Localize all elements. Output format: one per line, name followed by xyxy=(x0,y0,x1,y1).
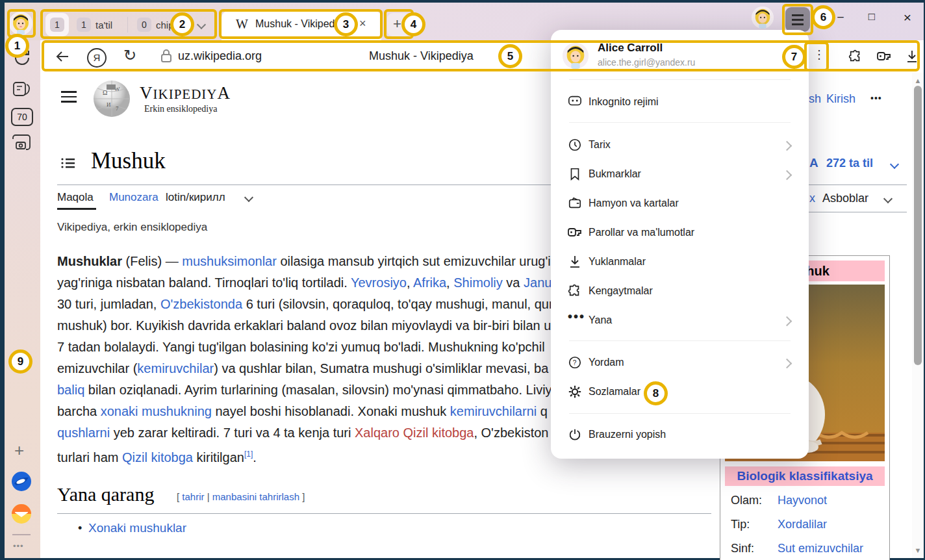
wallet-icon xyxy=(568,196,582,210)
browser-window: 1 1 ta'til 0 chipta W Mushuk - Vikipediy… xyxy=(0,0,925,560)
power-icon xyxy=(568,427,582,442)
page-scrollbar[interactable]: ▲ ▼ xyxy=(912,73,924,558)
notes-panel-icon[interactable] xyxy=(12,81,31,99)
yandex-search-icon[interactable]: Я xyxy=(87,48,107,68)
article-link[interactable]: Qizil kitobga xyxy=(122,450,193,465)
svg-text:7: 7 xyxy=(116,105,119,112)
performance-badge[interactable]: 70 xyxy=(11,108,33,126)
menu-item-wallet[interactable]: Hamyon va kartalar xyxy=(589,197,679,209)
lock-icon[interactable] xyxy=(160,49,172,63)
wiki-wordmark[interactable]: VIKIPEDIYA xyxy=(140,83,231,103)
profile-options-icon[interactable]: ⋮ xyxy=(813,47,825,62)
article-link[interactable]: kemiruvchilarni xyxy=(450,404,537,418)
lang-icon-fragment[interactable]: A xyxy=(809,156,818,170)
callout-4: 4 xyxy=(401,12,425,36)
see-also-link[interactable]: Xonaki mushuklar xyxy=(88,521,186,535)
passwords-icon[interactable] xyxy=(876,49,892,64)
profile-avatar[interactable] xyxy=(9,12,32,35)
screenshot-icon[interactable] xyxy=(11,134,32,151)
yandex-browser-logo[interactable] xyxy=(12,472,31,491)
bookmarks-icon xyxy=(568,167,582,181)
callout-1: 1 xyxy=(5,34,29,58)
maximize-button[interactable]: □ xyxy=(865,10,878,23)
article-link[interactable]: kemiruvchilar xyxy=(137,361,214,375)
tax-row-value[interactable]: Hayvonot xyxy=(778,494,827,507)
url-text[interactable]: uz.wikipedia.org xyxy=(178,49,262,63)
article-link[interactable]: xonaki mushukning xyxy=(101,404,212,418)
callout-7: 7 xyxy=(782,45,806,69)
minimize-button[interactable]: – xyxy=(834,10,847,23)
menu-item-extensions[interactable]: Kengaytmalar xyxy=(589,285,653,297)
scrollbar-thumb[interactable] xyxy=(914,86,922,365)
article-link[interactable]: baliq xyxy=(57,383,84,397)
tax-row-label: Tip: xyxy=(731,518,750,531)
yandex-mail-logo[interactable] xyxy=(12,504,31,524)
menu-item-passwords[interactable]: Parollar va ma'lumotlar xyxy=(589,227,694,238)
extensions-icon[interactable] xyxy=(848,49,863,64)
browser-menu-button[interactable] xyxy=(785,7,810,32)
profile-name: Alice Carroll xyxy=(598,42,663,55)
menu-item-bookmarks[interactable]: Bukmarklar xyxy=(589,168,641,180)
close-button[interactable]: × xyxy=(901,10,914,25)
article-link[interactable]: mushuksimonlar xyxy=(182,254,277,268)
tab-item-count-2: 0 xyxy=(137,18,151,32)
submenu-chevron-icon xyxy=(782,141,792,151)
help-icon: ? xyxy=(568,355,582,370)
variant-selector[interactable]: lotin/кирилл xyxy=(166,191,225,204)
svg-text:И: И xyxy=(107,101,111,108)
menu-item-more[interactable]: Yana xyxy=(589,314,612,326)
article-link[interactable]: qushlarni xyxy=(57,426,110,440)
sidebar-add-icon[interactable]: + xyxy=(14,440,24,461)
active-tab-title: Mushuk - Vikipediya xyxy=(255,18,336,30)
wiki-hamburger-icon[interactable] xyxy=(61,91,77,103)
edit-link[interactable]: tahrir xyxy=(182,491,204,502)
menu-item-incognito[interactable]: Inkognito rejimi xyxy=(589,96,659,108)
sidebar-divider xyxy=(12,534,31,535)
tab-talk[interactable]: Munozara xyxy=(109,191,158,204)
tax-row-value[interactable]: Sut emizuvchilar xyxy=(778,542,863,555)
callout-6: 6 xyxy=(811,5,835,29)
article-link[interactable]: O'zbekistonda xyxy=(160,297,242,311)
tab-article[interactable]: Maqola xyxy=(57,191,94,204)
article-link[interactable]: Afrika xyxy=(413,275,446,290)
back-icon[interactable] xyxy=(55,49,70,64)
avatar-girl-icon xyxy=(9,12,32,35)
callout-5: 5 xyxy=(498,44,522,68)
profile-email: alice.the.girl@yandex.ru xyxy=(598,57,695,68)
tab-item-count-1: 1 xyxy=(77,18,91,32)
scroll-down-icon[interactable]: ▼ xyxy=(914,546,922,554)
tab-group-pinned[interactable]: 1 xyxy=(45,13,69,36)
menu-item-settings[interactable]: Sozlamalar xyxy=(589,386,640,398)
menu-item-history[interactable]: Tarix xyxy=(589,139,611,151)
tools-fragment[interactable]: x xyxy=(809,192,815,205)
menu-profile-avatar[interactable] xyxy=(563,43,589,69)
menu-item-help[interactable]: Yordam xyxy=(589,357,624,368)
tab-item-label-1[interactable]: ta'til xyxy=(95,19,112,31)
list-bullet: • xyxy=(78,522,82,535)
see-also-heading: Yana qarang xyxy=(57,483,154,505)
article-link[interactable]: Yevrosiyo xyxy=(351,275,407,290)
edit-links: [ tahrir | manbasini tahrirlash ] xyxy=(177,491,305,502)
wikipedia-globe-logo[interactable]: Ω W И 7 xyxy=(92,79,131,118)
login-link[interactable]: Kirish xyxy=(826,92,855,106)
article-link[interactable]: Shimoliy xyxy=(453,275,503,290)
wiki-more-icon[interactable]: ••• xyxy=(870,93,882,103)
svg-text:Ω: Ω xyxy=(103,89,107,96)
edit-source-link[interactable]: manbasini tahrirlash xyxy=(212,491,299,502)
scroll-up-icon[interactable]: ▲ xyxy=(914,77,922,84)
submenu-chevron-icon xyxy=(782,316,792,327)
downloads-icon[interactable] xyxy=(906,49,919,64)
callout-9: 9 xyxy=(8,350,32,374)
tax-row-value[interactable]: Xordalilar xyxy=(778,518,827,531)
language-count-button[interactable]: 272 ta til xyxy=(826,157,873,170)
more-ellipsis-icon: ••• xyxy=(568,309,585,324)
tab-close-icon[interactable]: × xyxy=(359,17,366,31)
tools-button[interactable]: Asboblar xyxy=(822,192,868,205)
sidebar-more-icon[interactable]: ••• xyxy=(13,541,24,551)
article-redlink[interactable]: Xalqaro Qizil kitobga xyxy=(355,426,474,440)
menu-item-quit[interactable]: Brauzerni yopish xyxy=(589,429,666,440)
reload-icon[interactable]: ↻ xyxy=(123,46,136,64)
profile-avatar-top-right[interactable] xyxy=(752,6,774,29)
toc-icon[interactable] xyxy=(61,157,75,169)
menu-item-downloads[interactable]: Yuklanmalar xyxy=(589,256,646,268)
